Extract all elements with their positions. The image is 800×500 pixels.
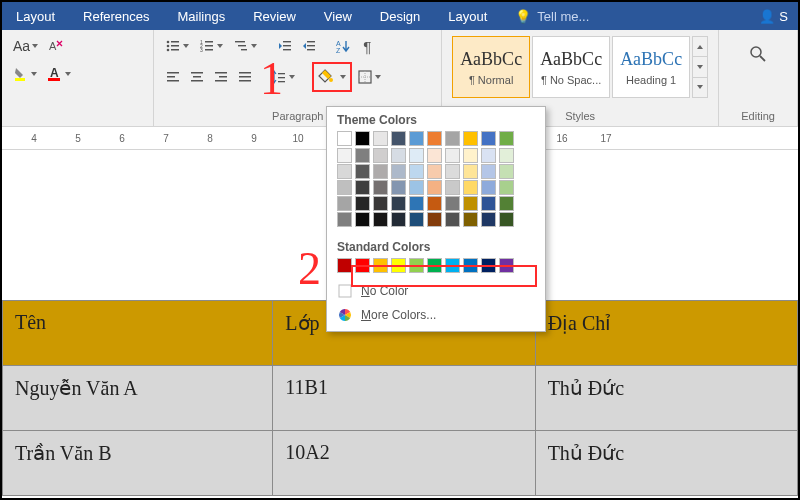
color-swatch[interactable]: [391, 131, 406, 146]
table-cell[interactable]: Thủ Đức: [535, 431, 797, 496]
color-swatch[interactable]: [481, 180, 496, 195]
color-swatch[interactable]: [337, 258, 352, 273]
color-swatch[interactable]: [445, 212, 460, 227]
color-swatch[interactable]: [337, 148, 352, 163]
borders-button[interactable]: [354, 65, 386, 89]
color-swatch[interactable]: [391, 164, 406, 179]
color-swatch[interactable]: [391, 180, 406, 195]
align-left-button[interactable]: [162, 65, 184, 89]
color-swatch[interactable]: [355, 212, 370, 227]
color-swatch[interactable]: [463, 164, 478, 179]
find-button[interactable]: [727, 34, 789, 74]
color-swatch[interactable]: [373, 180, 388, 195]
color-swatch[interactable]: [463, 148, 478, 163]
text-highlight-button[interactable]: [10, 62, 42, 86]
tab-layout[interactable]: Layout: [2, 2, 69, 30]
color-swatch[interactable]: [481, 196, 496, 211]
color-swatch[interactable]: [427, 212, 442, 227]
color-swatch[interactable]: [355, 148, 370, 163]
table-row[interactable]: Nguyễn Văn A 11B1 Thủ Đức: [3, 366, 798, 431]
color-swatch[interactable]: [409, 212, 424, 227]
color-swatch[interactable]: [391, 212, 406, 227]
show-marks-button[interactable]: ¶: [356, 34, 378, 58]
shading-dropdown[interactable]: [337, 65, 349, 89]
color-swatch[interactable]: [337, 212, 352, 227]
color-swatch[interactable]: [355, 180, 370, 195]
color-swatch[interactable]: [463, 196, 478, 211]
color-swatch[interactable]: [391, 148, 406, 163]
table-header-cell[interactable]: Địa Chỉ: [535, 301, 797, 366]
color-swatch[interactable]: [409, 180, 424, 195]
color-swatch[interactable]: [445, 180, 460, 195]
color-swatch[interactable]: [481, 164, 496, 179]
color-swatch[interactable]: [355, 196, 370, 211]
color-swatch[interactable]: [373, 148, 388, 163]
color-swatch[interactable]: [481, 131, 496, 146]
color-swatch[interactable]: [337, 131, 352, 146]
color-swatch[interactable]: [373, 212, 388, 227]
color-swatch[interactable]: [337, 164, 352, 179]
shading-button[interactable]: [315, 65, 337, 89]
color-swatch[interactable]: [409, 148, 424, 163]
multilevel-list-button[interactable]: [230, 34, 262, 58]
color-swatch[interactable]: [481, 148, 496, 163]
table-cell[interactable]: 11B1: [273, 366, 535, 431]
more-colors-item[interactable]: More Colors...: [327, 303, 545, 327]
color-swatch[interactable]: [499, 148, 514, 163]
color-swatch[interactable]: [373, 131, 388, 146]
color-swatch[interactable]: [373, 164, 388, 179]
bullets-button[interactable]: [162, 34, 194, 58]
justify-button[interactable]: [234, 65, 256, 89]
color-swatch[interactable]: [409, 164, 424, 179]
table-header-cell[interactable]: Tên: [3, 301, 273, 366]
change-case-button[interactable]: Aa: [10, 34, 43, 58]
color-swatch[interactable]: [355, 164, 370, 179]
tab-table-layout[interactable]: Layout: [434, 2, 501, 30]
table-row[interactable]: Trần Văn B 10A2 Thủ Đức: [3, 431, 798, 496]
color-swatch[interactable]: [499, 180, 514, 195]
font-color-button[interactable]: A: [44, 62, 76, 86]
tab-mailings[interactable]: Mailings: [164, 2, 240, 30]
color-swatch[interactable]: [463, 180, 478, 195]
table-cell[interactable]: Trần Văn B: [3, 431, 273, 496]
style-normal[interactable]: AaBbCc¶ Normal: [452, 36, 530, 98]
table-cell[interactable]: 10A2: [273, 431, 535, 496]
increase-indent-button[interactable]: [298, 34, 320, 58]
color-swatch[interactable]: [499, 196, 514, 211]
color-swatch[interactable]: [427, 180, 442, 195]
tell-me[interactable]: 💡Tell me...: [501, 2, 603, 30]
color-swatch[interactable]: [445, 164, 460, 179]
color-swatch[interactable]: [391, 196, 406, 211]
style-no-spacing[interactable]: AaBbCc¶ No Spac...: [532, 36, 610, 98]
tab-references[interactable]: References: [69, 2, 163, 30]
align-center-button[interactable]: [186, 65, 208, 89]
tab-review[interactable]: Review: [239, 2, 310, 30]
numbering-button[interactable]: 123: [196, 34, 228, 58]
align-right-button[interactable]: [210, 65, 232, 89]
color-swatch[interactable]: [481, 212, 496, 227]
color-swatch[interactable]: [427, 148, 442, 163]
color-swatch[interactable]: [463, 212, 478, 227]
table-cell[interactable]: Nguyễn Văn A: [3, 366, 273, 431]
color-swatch[interactable]: [445, 196, 460, 211]
color-swatch[interactable]: [409, 131, 424, 146]
color-swatch[interactable]: [427, 196, 442, 211]
color-swatch[interactable]: [463, 131, 478, 146]
tab-view[interactable]: View: [310, 2, 366, 30]
style-gallery-scroll[interactable]: [692, 36, 708, 98]
color-swatch[interactable]: [499, 212, 514, 227]
color-swatch[interactable]: [409, 196, 424, 211]
table-cell[interactable]: Thủ Đức: [535, 366, 797, 431]
color-swatch[interactable]: [499, 131, 514, 146]
clear-formatting-button[interactable]: A: [45, 34, 67, 58]
color-swatch[interactable]: [427, 131, 442, 146]
style-heading1[interactable]: AaBbCcHeading 1: [612, 36, 690, 98]
color-swatch[interactable]: [337, 196, 352, 211]
color-swatch[interactable]: [337, 180, 352, 195]
share-button[interactable]: 👤S: [749, 9, 798, 24]
color-swatch[interactable]: [499, 164, 514, 179]
color-swatch[interactable]: [373, 196, 388, 211]
tab-design[interactable]: Design: [366, 2, 434, 30]
color-swatch[interactable]: [445, 148, 460, 163]
color-swatch[interactable]: [445, 131, 460, 146]
